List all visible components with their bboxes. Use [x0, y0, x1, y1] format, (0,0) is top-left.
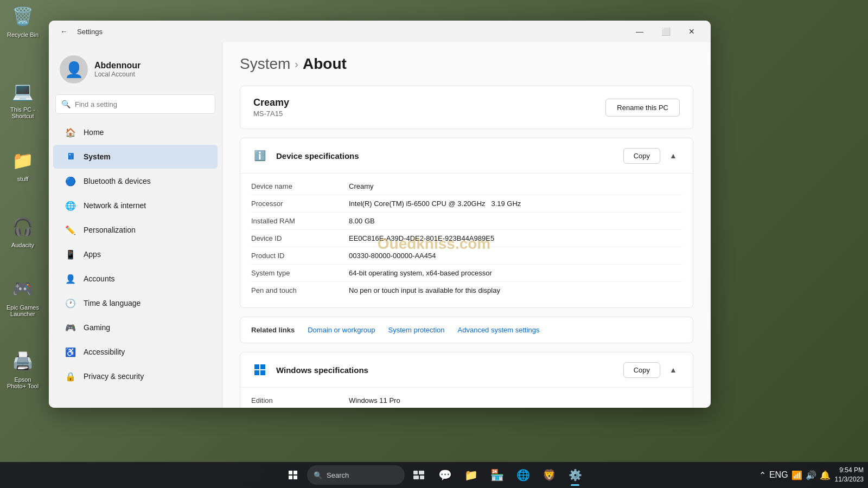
related-links-section: Related links Domain or workgroup System…: [240, 317, 693, 343]
sidebar-item-personalization[interactable]: ✏️ Personalization: [53, 218, 218, 242]
close-button[interactable]: ✕: [679, 23, 704, 40]
time-date[interactable]: 9:54 PM 11/3/2023: [835, 466, 864, 484]
sidebar-item-bluetooth[interactable]: 🔵 Bluetooth & devices: [53, 169, 218, 193]
device-specs-header: ℹ️ Device specifications Copy ▲: [240, 138, 693, 173]
user-name: Abdennour: [94, 61, 141, 70]
epson-label: EpsonPhoto+ Tool: [7, 376, 39, 389]
time-icon: 🕐: [64, 297, 77, 310]
sidebar-item-label: Accessibility: [84, 348, 125, 356]
breadcrumb-separator: ›: [295, 58, 298, 70]
desktop-icon-stuff[interactable]: 📁 stuff: [1, 145, 44, 184]
sidebar-item-system[interactable]: 🖥 System: [53, 145, 218, 169]
sidebar-item-privacy[interactable]: 🔒 Privacy & security: [53, 364, 218, 388]
system-icon: 🖥: [64, 150, 77, 163]
taskbar-search-icon: 🔍: [314, 471, 322, 479]
settings-body: 👤 Abdennour Local Account 🔍 🏠 Home: [49, 42, 711, 408]
notification-icon[interactable]: 🔔: [820, 470, 831, 480]
audacity-icon: 🎧: [10, 214, 36, 240]
sidebar-item-home[interactable]: 🏠 Home: [53, 120, 218, 144]
personalization-icon: ✏️: [64, 223, 77, 236]
windows-specs-copy-button[interactable]: Copy: [623, 362, 660, 378]
windows-specs-actions: Copy ▲: [623, 361, 682, 378]
sidebar-item-label: Personalization: [84, 226, 136, 234]
window-title: Settings: [77, 28, 103, 36]
device-specs-collapse-button[interactable]: ▲: [665, 147, 682, 164]
sidebar-item-label: Accounts: [84, 274, 115, 283]
spec-value: 8.00 GB: [349, 217, 682, 225]
accessibility-icon: ♿: [64, 345, 77, 358]
volume-icon[interactable]: 🔊: [806, 470, 816, 480]
sidebar-item-time[interactable]: 🕐 Time & language: [53, 291, 218, 315]
sidebar-item-network[interactable]: 🌐 Network & internet: [53, 194, 218, 217]
sidebar-item-apps[interactable]: 📱 Apps: [53, 242, 218, 266]
user-info: Abdennour Local Account: [94, 61, 141, 78]
chat-button[interactable]: 💬: [433, 463, 457, 487]
stuff-label: stuff: [17, 176, 29, 182]
language-indicator[interactable]: ENG: [769, 470, 788, 480]
sidebar-item-gaming[interactable]: 🎮 Gaming: [53, 316, 218, 339]
device-specs-header-left: ℹ️ Device specifications: [251, 147, 359, 164]
apps-icon: 📱: [64, 248, 77, 261]
related-link-protection[interactable]: System protection: [388, 326, 444, 334]
spec-row-processor: Processor Intel(R) Core(TM) i5-6500 CPU …: [251, 195, 682, 213]
related-links-row: Related links Domain or workgroup System…: [251, 326, 682, 334]
spec-row-edition: Edition Windows 11 Pro: [251, 392, 682, 408]
desktop-icon-this-pc[interactable]: 💻 This PC -Shortcut: [1, 76, 44, 121]
sidebar-item-label: Home: [84, 128, 104, 137]
brave-button[interactable]: 🦁: [537, 463, 561, 487]
svg-rect-1: [260, 364, 265, 369]
spec-row-device-id: Device ID EE0C816E-A39D-4DE2-801E-923B44…: [251, 230, 682, 247]
sidebar-item-label: Network & internet: [84, 201, 146, 210]
taskbar-search[interactable]: 🔍 Search: [307, 465, 405, 485]
svg-rect-10: [413, 476, 419, 479]
svg-rect-6: [289, 476, 292, 479]
sidebar-item-label: Apps: [84, 250, 101, 259]
spec-row-product-id: Product ID 00330-80000-00000-AA454: [251, 247, 682, 265]
home-icon: 🏠: [64, 126, 77, 139]
device-specs-copy-button[interactable]: Copy: [623, 148, 660, 164]
related-link-advanced[interactable]: Advanced system settings: [458, 326, 540, 334]
start-button[interactable]: [281, 463, 305, 487]
desktop-icon-epson[interactable]: 🖨️ EpsonPhoto+ Tool: [1, 346, 44, 391]
windows-specs-collapse-button[interactable]: ▲: [665, 361, 682, 378]
search-input[interactable]: [75, 100, 209, 108]
windows-specs-header: Windows specifications Copy ▲: [240, 352, 693, 387]
device-specs-actions: Copy ▲: [623, 147, 682, 164]
spec-label: Installed RAM: [251, 217, 349, 225]
window-controls: — ⬜ ✕: [627, 23, 704, 40]
epic-games-label: Epic GamesLauncher: [7, 304, 39, 317]
spec-label: Device ID: [251, 234, 349, 242]
task-view-button[interactable]: [407, 463, 431, 487]
maximize-button[interactable]: ⬜: [653, 23, 678, 40]
desktop-icon-epic-games[interactable]: 🎮 Epic GamesLauncher: [1, 274, 44, 319]
rename-pc-button[interactable]: Rename this PC: [605, 99, 680, 117]
search-icon: 🔍: [61, 100, 71, 108]
settings-search[interactable]: 🔍: [55, 94, 215, 114]
chevron-up-icon[interactable]: ⌃: [759, 470, 766, 480]
taskbar-center: 🔍 Search 💬 📁 🏪 🌐 🦁: [281, 463, 587, 487]
desktop-icon-recycle-bin[interactable]: 🗑️ Recycle Bin: [1, 1, 44, 40]
recycle-bin-icon: 🗑️: [10, 3, 36, 29]
user-profile[interactable]: 👤 Abdennour Local Account: [49, 49, 222, 94]
settings-taskbar-button[interactable]: ⚙️: [563, 463, 587, 487]
sidebar-item-label: System: [84, 152, 111, 161]
windows-specs-table: Edition Windows 11 Pro Version 22H2: [240, 387, 693, 408]
time: 9:54 PM: [839, 466, 864, 475]
sidebar-item-accessibility[interactable]: ♿ Accessibility: [53, 340, 218, 364]
file-explorer-button[interactable]: 📁: [459, 463, 483, 487]
minimize-button[interactable]: —: [627, 23, 652, 40]
spec-row-device-name: Device name Creamy: [251, 178, 682, 195]
windows-specs-title: Windows specifications: [276, 365, 368, 375]
sidebar: 👤 Abdennour Local Account 🔍 🏠 Home: [49, 42, 222, 408]
desktop-icon-audacity[interactable]: 🎧 Audacity: [1, 211, 44, 251]
chrome-button[interactable]: 🌐: [511, 463, 535, 487]
privacy-icon: 🔒: [64, 370, 77, 383]
breadcrumb-system[interactable]: System: [240, 55, 290, 73]
back-button[interactable]: ←: [55, 23, 73, 40]
svg-rect-9: [419, 471, 424, 474]
related-link-domain[interactable]: Domain or workgroup: [308, 326, 375, 334]
sidebar-item-accounts[interactable]: 👤 Accounts: [53, 267, 218, 291]
store-button[interactable]: 🏪: [485, 463, 509, 487]
svg-rect-11: [420, 476, 424, 479]
network-icon[interactable]: 📶: [792, 470, 802, 480]
